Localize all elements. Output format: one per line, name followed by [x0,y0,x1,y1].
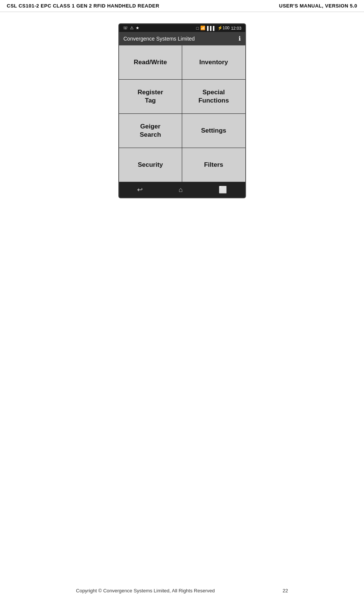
read-write-button[interactable]: Read/Write [119,45,182,79]
signal-icon: ▌▌▌ [207,26,216,30]
document-title: CSL CS101-2 EPC CLASS 1 GEN 2 RFID HANDH… [7,3,159,9]
document-version: USER'S MANUAL, VERSION 5.0 [279,3,357,9]
battery-icon: ⚡100 [217,26,230,30]
status-icons-left: ☏ ⚠ ★ [123,26,139,30]
page-number: 22 [282,588,288,593]
status-bar: ☏ ⚠ ★ □ 📶 ▌▌▌ ⚡100 12:03 [119,24,245,32]
special-functions-button[interactable]: SpecialFunctions [182,80,245,113]
page-footer: Copyright © Convergence Systems Limited,… [0,588,364,593]
register-tag-button[interactable]: RegisterTag [119,80,182,113]
wifi-icon: 📶 [200,26,205,30]
phone-icon: ☏ [123,26,128,30]
info-icon[interactable]: ℹ [239,35,241,42]
phone-screen: ☏ ⚠ ★ □ 📶 ▌▌▌ ⚡100 12:03 Convergence Sys… [118,23,246,198]
home-button[interactable]: ⌂ [174,185,187,195]
app-title: Convergence Systems Limited [124,36,195,42]
copyright-text: Copyright © Convergence Systems Limited,… [76,588,214,593]
security-button[interactable]: Security [119,148,182,182]
bottom-nav: ↩ ⌂ ⬜ [119,182,245,198]
recent-apps-button[interactable]: ⬜ [214,185,231,195]
back-button[interactable]: ↩ [133,185,147,195]
sim-icon: □ [196,26,199,30]
phone-wrapper: ☏ ⚠ ★ □ 📶 ▌▌▌ ⚡100 12:03 Convergence Sys… [0,23,364,198]
time-display: 12:03 [231,26,242,30]
settings-button[interactable]: Settings [182,114,245,148]
warning-icon: ⚠ [130,26,134,30]
app-header: Convergence Systems Limited ℹ [119,32,245,45]
inventory-button[interactable]: Inventory [182,45,245,79]
star-icon: ★ [136,26,139,30]
menu-grid: Read/Write Inventory RegisterTag Special… [119,45,245,182]
filters-button[interactable]: Filters [182,148,245,182]
geiger-search-button[interactable]: GeigerSearch [119,114,182,148]
status-icons-right: □ 📶 ▌▌▌ ⚡100 12:03 [196,26,242,30]
page-header: CSL CS101-2 EPC CLASS 1 GEN 2 RFID HANDH… [0,0,364,12]
